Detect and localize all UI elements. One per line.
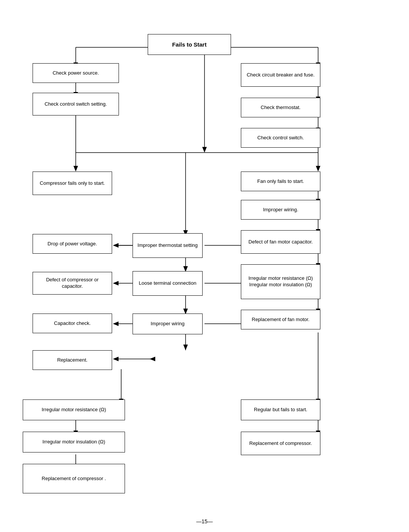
replacement-compressor-right-box: Replacement of compressor. xyxy=(241,432,320,455)
check-control-switch-box: Check control switch. xyxy=(241,128,320,148)
svg-marker-31 xyxy=(113,281,119,286)
irregular-insulation-left-box: Irregular motor insulation (Ω) xyxy=(23,432,125,452)
svg-marker-18 xyxy=(316,166,320,172)
regular-fails-box: Regular but fails to start. xyxy=(241,399,320,420)
check-control-switch-setting-box: Check control switch setting. xyxy=(33,93,119,115)
irregular-resistance-left-box: Irregular motor resistance (Ω) xyxy=(23,399,125,420)
capacitor-check-box: Capacitor check. xyxy=(33,314,112,333)
fails-to-start-box: Fails to Start xyxy=(148,34,231,55)
replacement-compressor-left-box: Replacement of compressor . xyxy=(23,464,125,493)
svg-marker-60 xyxy=(183,345,188,350)
fan-only-fails-box: Fan only fails to start. xyxy=(241,172,320,191)
svg-marker-28 xyxy=(113,243,119,248)
improper-wiring-right-box: Improper wiring. xyxy=(241,200,320,220)
improper-wiring-mid-box: Improper wiring xyxy=(133,314,203,334)
svg-marker-13 xyxy=(202,147,207,153)
compressor-fails-box: Compressor fails only to start. xyxy=(33,172,112,195)
replacement-fan-box: Replacement of fan motor. xyxy=(241,310,320,329)
svg-marker-41 xyxy=(113,357,119,361)
defect-fan-box: Defect of fan motor capacitor. xyxy=(241,230,320,254)
defect-compressor-box: Defect of compressor or capacitor. xyxy=(33,272,112,295)
svg-marker-16 xyxy=(73,166,78,172)
check-power-box: Check power source. xyxy=(33,63,119,83)
svg-marker-42 xyxy=(150,357,155,361)
check-thermostat-box: Check thermostat. xyxy=(241,98,320,117)
page-number: —15— xyxy=(196,518,213,524)
check-circuit-breaker-box: Check circuit breaker and fuse. xyxy=(241,63,320,87)
replacement-box: Replacement. xyxy=(33,350,112,370)
improper-thermostat-box: Improper thermostat setting xyxy=(133,233,203,258)
loose-terminal-box: Loose terminal connection xyxy=(133,271,203,296)
page: Fails to Start Check power source. Check… xyxy=(0,0,409,532)
drop-power-box: Drop of power voltage. xyxy=(33,234,112,254)
svg-marker-33 xyxy=(113,321,119,326)
irregular-motor-right-box: Irregular motor resistance (Ω) Irregular… xyxy=(241,264,320,299)
